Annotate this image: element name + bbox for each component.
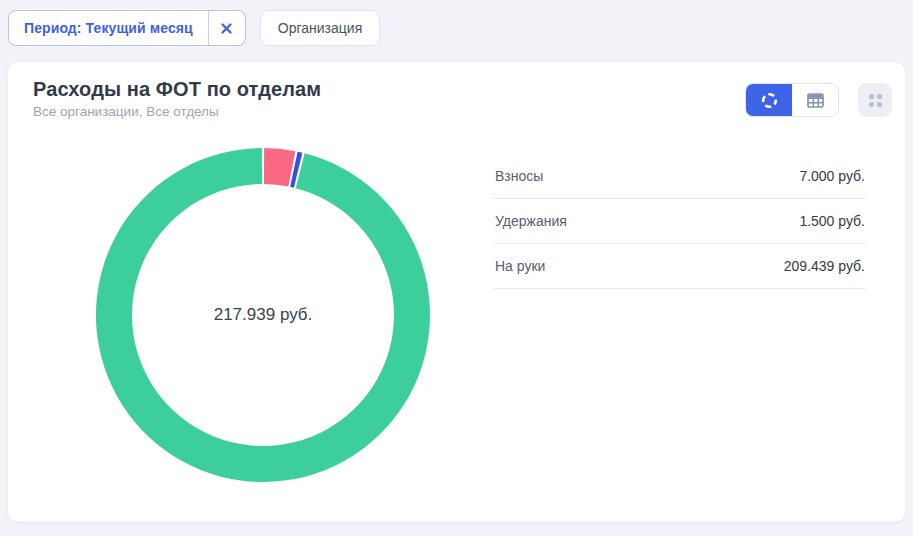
legend-label: На руки [493,258,545,274]
legend-row-uderzhaniya: Удержания 1.500 руб. [493,199,866,244]
period-filter-chip[interactable]: Период: Текущий месяц [8,10,246,46]
drag-dots-icon [869,94,882,107]
period-filter-close-button[interactable] [209,11,245,45]
table-view-button[interactable] [792,84,838,116]
close-icon [220,22,233,35]
legend-value: 7.000 руб. [799,168,866,184]
period-filter-label[interactable]: Период: Текущий месяц [9,20,208,36]
organization-filter-chip[interactable]: Организация [260,10,380,46]
table-icon [807,93,824,108]
donut-chart-icon [761,92,778,109]
view-toggle-group [745,83,839,117]
legend-value: 1.500 руб. [799,213,866,229]
widget-title: Расходы на ФОТ по отделам [33,78,321,101]
donut-chart-svg [95,147,431,483]
donut-chart: 217.939 руб. [95,147,431,483]
filter-bar: Период: Текущий месяц Организация [8,10,380,46]
chart-view-button[interactable] [746,84,792,116]
organization-filter-label: Организация [278,20,362,36]
drag-handle-button[interactable] [858,83,892,117]
legend-label: Взносы [493,168,543,184]
widget-subtitle: Все организации, Все отделы [33,104,219,119]
donut-segment-Взносы[interactable] [264,148,295,186]
donut-segment-На руки[interactable] [96,148,430,482]
legend-table: Взносы 7.000 руб. Удержания 1.500 руб. Н… [493,154,866,289]
legend-value: 209.439 руб. [784,258,866,274]
payroll-widget-card: Расходы на ФОТ по отделам Все организаци… [8,62,905,522]
legend-label: Удержания [493,213,567,229]
legend-row-vznosy: Взносы 7.000 руб. [493,154,866,199]
legend-row-naruki: На руки 209.439 руб. [493,244,866,289]
